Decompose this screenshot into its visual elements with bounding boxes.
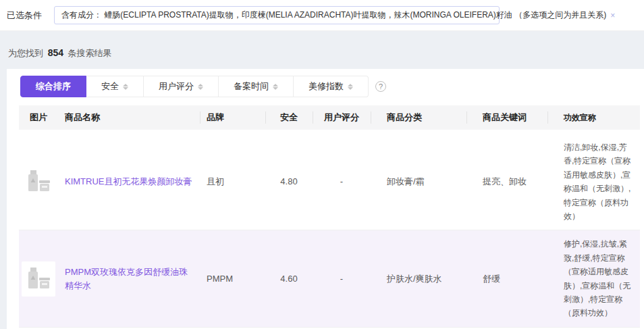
- product-image-placeholder: [22, 261, 55, 297]
- efficacy-cell: 修护,保湿,抗皱,紧致,舒缓,特定宣称（宣称适用敏感皮肤）,宣称温和（无刺激）,…: [547, 237, 640, 320]
- sort-carets-icon: [273, 84, 278, 90]
- screen: 已选条件 含有成分： 鳢肠(ECLIPTA PROSTRATA)提取物，印度楝(…: [0, 0, 644, 329]
- result-prefix: 为您找到: [8, 48, 43, 58]
- safety-score-cell: 4.80: [265, 175, 313, 188]
- sort-tab-label: 综合排序: [36, 80, 71, 93]
- result-summary: 为您找到 854 条搜索结果: [0, 31, 644, 69]
- sort-tab-label: 备案时间: [234, 80, 269, 93]
- column-header-brand: 品牌: [200, 111, 265, 124]
- name-cell: PMPM双玫瑰依克多因舒缓油珠精华水: [58, 265, 200, 292]
- name-cell: KIMTRUE且初无花果焕颜卸妆膏: [58, 175, 200, 188]
- product-name-link[interactable]: KIMTRUE且初无花果焕颜卸妆膏: [65, 175, 192, 188]
- product-name-link[interactable]: PMPM双玫瑰依克多因舒缓油珠精华水: [65, 265, 193, 292]
- sort-tab-label: 美修指数: [308, 80, 344, 93]
- table-body: KIMTRUE且初无花果焕颜卸妆膏 且初 4.80 - 卸妆膏/霜 提亮、卸妆 …: [19, 134, 640, 329]
- user-rating-cell: -: [313, 272, 371, 286]
- brand-cell: 且初: [200, 175, 265, 188]
- sort-button-group: 综合排序 安全 用户评分 备案时间 美修指数: [20, 76, 369, 97]
- column-header-safety: 安全: [265, 111, 313, 124]
- sort-carets-icon: [123, 84, 128, 90]
- category-cell: 护肤水/爽肤水: [371, 272, 466, 286]
- column-header-image: 图片: [19, 111, 58, 124]
- sort-carets-icon: [348, 84, 353, 90]
- sort-tab-label: 用户评分: [159, 80, 194, 93]
- filter-bar: 已选条件 含有成分： 鳢肠(ECLIPTA PROSTRATA)提取物，印度楝(…: [0, 0, 644, 31]
- table-row[interactable]: PMPM双玫瑰依克多因舒缓油珠精华水 PMPM 4.60 - 护肤水/爽肤水 舒…: [19, 230, 640, 327]
- keywords-cell: 舒缓: [466, 272, 547, 286]
- keywords-cell: 提亮、卸妆: [466, 175, 547, 188]
- sort-tab-safety[interactable]: 安全: [86, 76, 144, 97]
- results-card: 综合排序 安全 用户评分 备案时间 美修指数: [7, 69, 644, 329]
- sort-tab-meixiu-index[interactable]: 美修指数: [294, 76, 369, 97]
- brand-cell: PMPM: [200, 272, 265, 286]
- column-header-keywords: 商品关键词: [466, 111, 547, 124]
- sort-tab-comprehensive[interactable]: 综合排序: [20, 76, 86, 97]
- column-header-user-rating: 用户评分: [313, 111, 371, 124]
- cosmetics-placeholder-icon: [26, 169, 51, 195]
- sort-tab-user-rating[interactable]: 用户评分: [144, 76, 219, 97]
- tag-close-icon[interactable]: ×: [610, 11, 615, 20]
- products-table: 图片 商品名称 品牌 安全 用户评分 商品分类 商品关键词 功效宣称: [19, 105, 640, 329]
- category-cell: 卸妆膏/霜: [371, 175, 466, 188]
- filter-tag-text: 含有成分： 鳢肠(ECLIPTA PROSTRATA)提取物，印度楝(MELIA…: [61, 9, 606, 21]
- column-header-category: 商品分类: [371, 111, 466, 124]
- product-image-placeholder: [22, 164, 55, 199]
- table-row[interactable]: KIMTRUE且初无花果焕颜卸妆膏 且初 4.80 - 卸妆膏/霜 提亮、卸妆 …: [19, 134, 640, 230]
- safety-score-cell: 4.60: [265, 272, 313, 286]
- filter-label: 已选条件: [7, 9, 42, 22]
- result-count: 854: [46, 47, 65, 58]
- column-header-name: 商品名称: [58, 111, 200, 124]
- table-header: 图片 商品名称 品牌 安全 用户评分 商品分类 商品关键词 功效宣称: [19, 105, 640, 130]
- column-header-efficacy: 功效宣称: [547, 111, 640, 124]
- cosmetics-placeholder-icon: [26, 266, 51, 292]
- result-suffix: 条搜索结果: [68, 48, 112, 58]
- selected-filter-tag: 含有成分： 鳢肠(ECLIPTA PROSTRATA)提取物，印度楝(MELIA…: [54, 6, 500, 24]
- sort-bar: 综合排序 安全 用户评分 备案时间 美修指数: [19, 76, 640, 105]
- sort-tab-label: 安全: [101, 80, 119, 93]
- sort-carets-icon: [198, 84, 203, 90]
- image-cell: [19, 164, 58, 199]
- user-rating-cell: -: [313, 175, 371, 188]
- image-cell: [19, 261, 58, 297]
- sort-tab-filing-date[interactable]: 备案时间: [219, 76, 294, 97]
- help-icon[interactable]: ?: [375, 81, 386, 92]
- efficacy-cell: 清洁,卸妆,保湿,芳香,特定宣称（宣称适用敏感皮肤）,宣称温和（无刺激）,特定宣…: [547, 141, 640, 223]
